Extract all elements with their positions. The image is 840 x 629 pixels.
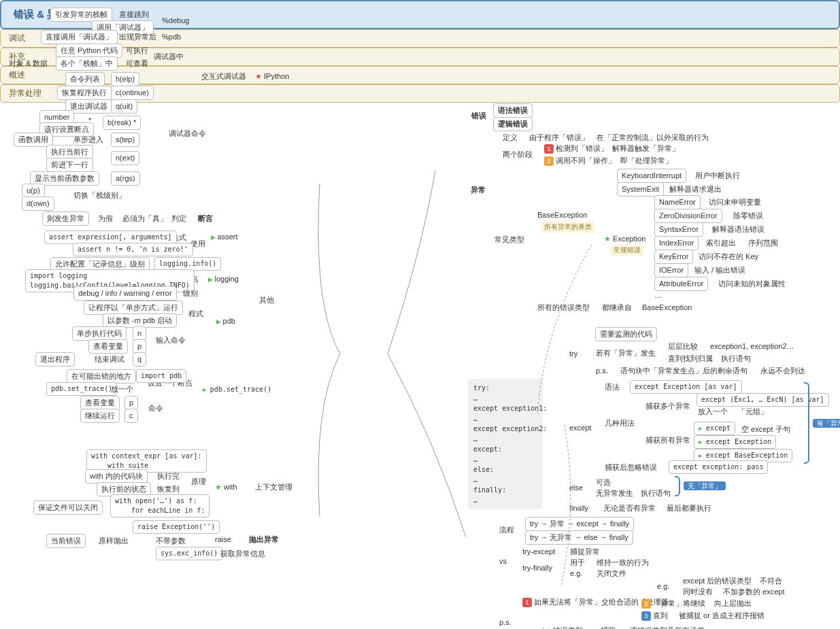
ps-p1e: 不加参数的 except <box>723 587 784 596</box>
zero-div-error: ZeroDivisionError <box>654 209 722 223</box>
except-u1b: 放入一个 <box>698 407 728 416</box>
r1b: 不带参数 <box>156 536 186 545</box>
try-desc2b: exception1, exception2… <box>710 341 794 351</box>
pst-label: pdb.set_trace() <box>203 385 271 394</box>
lg3a: debug / info / warning / error <box>73 286 177 301</box>
no-exc-tag: 无「异常」 <box>684 481 726 490</box>
two-phases: 两个阶段 <box>503 150 533 159</box>
kb-interrupt-desc: 用户中断执行 <box>695 171 740 180</box>
vs-2d: 关闭文件 <box>597 568 626 578</box>
lg3: 级别 <box>183 288 198 298</box>
d2b: 出现异常后 <box>119 32 156 41</box>
ps-p2a: 向上层抛出 <box>714 598 752 608</box>
with-s2b: 执行完 <box>157 471 180 481</box>
vs-2a: 用于 <box>570 558 585 567</box>
else-2: 无异常发生 <box>596 488 633 498</box>
pd2f: 结束调试 <box>95 354 124 364</box>
except-u1: 捕获多个异常 <box>645 401 690 411</box>
pd1: 程式 <box>188 309 203 318</box>
assert-title: 断言 <box>198 214 213 223</box>
except-uses: 几种用法 <box>605 418 635 428</box>
r1c: 当前错误 <box>46 534 86 548</box>
ps-label: p.s. <box>499 617 511 627</box>
def-part2: 在「正常控制流」以外采取的行为 <box>597 133 709 142</box>
c3a: q(uit) <box>111 99 137 114</box>
except-u3a: except exception: pass <box>669 460 768 474</box>
index-error: IndexError <box>654 236 699 250</box>
except-u2a: except <box>694 422 735 435</box>
c6b: n(ext) <box>111 151 139 165</box>
debugger-cmds: 调试器命令 <box>169 129 206 138</box>
base-exception: BaseException <box>537 210 587 220</box>
debugger-in: 调试器中 <box>154 52 184 61</box>
pct-debug: %debug <box>162 16 189 25</box>
zero-div-desc: 除零错误 <box>733 211 763 220</box>
ps-p4b: 该错误类型及所有子类 <box>630 626 705 629</box>
brace-no-exc <box>675 476 680 496</box>
r2a: 获取异常信息 <box>220 549 265 558</box>
index-error-desc2: 序列范围 <box>748 238 778 248</box>
c1: 命令列表 <box>65 72 105 86</box>
ps-p3a: 被捕捉 or 造成主程序报错 <box>679 611 765 620</box>
with-s3a: with open('…') as f: for eachLine in f: <box>110 494 209 517</box>
try-desc1: 需要监测的代码 <box>595 327 657 341</box>
interactive-debugger: 交互式调试器 <box>201 71 246 81</box>
errors-label: 错误 <box>471 111 486 120</box>
all-types: 所有的错误类型 <box>537 303 590 312</box>
index-error-desc: 索引超出 <box>706 238 736 248</box>
key-error-desc: 访问不存在的 Key <box>699 252 758 261</box>
r1: raise <box>215 534 231 544</box>
io-error-desc: 输入 / 输出错误 <box>694 265 745 275</box>
etc: … <box>654 290 662 300</box>
d3e: 对象 & 数据 <box>9 58 48 68</box>
try-desc2a: 层层比较 <box>668 341 698 351</box>
ps1d: 放一个 <box>111 384 133 394</box>
def-part1: 由于程序「错误」 <box>529 133 589 142</box>
ps-p2: 2「异常」将继续 <box>641 598 705 609</box>
attr-error: AttributeError <box>654 277 708 291</box>
vs-2c: e.g. <box>570 568 582 578</box>
attr-error-desc: 访问未知的对象属性 <box>718 279 786 288</box>
vs-1: try-except <box>522 547 555 556</box>
except-syntax1: except Exception [as var] <box>630 380 742 394</box>
pd2c: 查看变量 <box>88 339 128 354</box>
d3d: 可查看 <box>126 58 148 68</box>
inherit-from: 都继承自 <box>602 303 632 312</box>
c1a: h(elp) <box>111 72 139 86</box>
all-base: BaseException <box>642 303 692 312</box>
c5b: s(tep) <box>111 133 139 147</box>
ps1c: pdb.set_trace() <box>46 382 117 396</box>
as2b: assert expression[, arguments] <box>44 231 177 244</box>
try-ps1: 语句块中「异常发生点」后的剩余语句 <box>620 366 747 375</box>
exception-label: 异常 <box>471 185 486 194</box>
try-ps2: 永远不会到达 <box>760 366 805 375</box>
except-u2: 捕获所有异常 <box>645 435 690 445</box>
ps-p1c: 不符合 <box>760 576 782 585</box>
c7a: a(rgs) <box>111 171 140 186</box>
ps-p1a: e.g. <box>657 581 669 591</box>
other-label: 其他 <box>259 295 274 305</box>
assert-label: assert <box>211 232 237 242</box>
exception-note: 常规错误 <box>611 245 643 256</box>
key-error: KeyError <box>654 250 693 264</box>
syntax-error: 语法错误 <box>493 103 533 118</box>
system-exit-desc: 解释器请求退出 <box>669 184 722 194</box>
ps-p3: 3直到 <box>641 611 668 621</box>
c8b: d(own) <box>22 197 54 211</box>
base-exc-note: 所有异常的基类 <box>541 222 594 233</box>
as1: 判定 <box>171 214 186 223</box>
ps2d: c <box>124 409 138 423</box>
except-label: except <box>569 423 591 432</box>
finally-1: 无论是否有异常 <box>603 503 656 513</box>
ps2c: 继续运行 <box>80 409 120 423</box>
ps-p4: except + 错误类型 <box>522 626 583 629</box>
else-label: else <box>569 483 583 492</box>
ps2: 命令 <box>148 403 163 413</box>
as1c: 必须为「真」 <box>122 214 167 223</box>
syntax-error-exc: SyntaxError <box>654 222 703 237</box>
flow-label: 流程 <box>499 525 514 534</box>
ps1b: import pdb <box>136 369 186 383</box>
c2a: c(ontinue) <box>111 86 154 100</box>
pdb-label: pdb <box>216 316 235 326</box>
has-exc-tag: 有「异常」 <box>813 418 840 428</box>
